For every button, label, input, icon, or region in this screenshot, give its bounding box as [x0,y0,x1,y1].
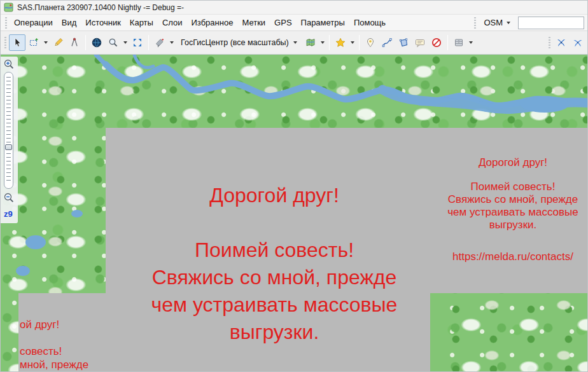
satellite-dish-icon [155,38,165,48]
zoom-control: z9 [1,57,18,223]
map-source-label: ГосГисЦентр (все масштабы) [181,38,289,47]
watermark-line: Свяжись со мной, прежде [433,193,588,206]
watermark-line: выгрузки. [109,319,440,346]
dragonfly-tool-1-button[interactable] [553,34,570,51]
placemark-pin-icon [365,38,375,48]
fullscreen-arrows-icon [132,38,143,48]
magnifier-icon [108,38,118,48]
drawer-box-icon [454,38,464,48]
zoom-tool-dropdown[interactable] [122,34,129,51]
globe-icon [92,38,102,48]
toolbar-separator [447,35,448,50]
search-toolbar-grip[interactable] [473,17,477,29]
plugins-toolbar [546,34,586,51]
watermark-tile-clipped: ой друг! совесть! мной, прежде [18,293,106,372]
menu-item-maps[interactable]: Карты [125,15,158,30]
folded-map-icon [305,38,316,48]
title-bar: SAS.Планета 230907.10400 Nightly -= Debu… [1,1,587,15]
add-path-button[interactable] [379,34,395,51]
selection-tool-button[interactable] [25,34,42,51]
add-placemark-button[interactable] [362,34,379,51]
menu-item-marks[interactable]: Метки [237,15,270,30]
chevron-down-icon [507,22,510,24]
compass-tool-button[interactable] [66,34,83,51]
favorites-button[interactable] [332,34,349,51]
menu-item-operations[interactable]: Операции [10,15,57,30]
menu-item-gps[interactable]: GPS [270,15,296,30]
toolbar-separator [329,35,330,50]
star-icon [335,38,346,48]
toolbar-separator [85,35,86,50]
zoom-out-button[interactable] [3,191,15,204]
zoom-tool-button[interactable] [105,34,122,51]
toolbar-separator [148,35,149,50]
chevron-down-icon [44,41,48,44]
watermark-text-small: Дорогой друг! Поимей совесть! Свяжись со… [433,156,588,263]
download-manager-dropdown[interactable] [467,34,475,51]
window-title: SAS.Планета 230907.10400 Nightly -= Debu… [17,3,184,12]
selection-tool-dropdown[interactable] [42,34,50,51]
application-window: { "window": { "title": "SAS.Планета 2309… [0,0,588,372]
gps-dropdown[interactable] [168,34,176,51]
toolbar-grip-1[interactable] [4,37,7,48]
watermark-text-clipped: ой друг! совесть! мной, прежде [20,318,104,371]
watermark-line: чем устраивать массовые [109,291,440,319]
menu-item-help[interactable]: Помощь [349,15,390,30]
menu-item-view[interactable]: Вид [57,15,81,30]
watermark-line: Дорогой друг! [109,182,440,209]
map-tile-bottom-right [430,293,588,372]
menu-item-favorites[interactable]: Избранное [187,15,238,30]
divider-compass-icon [69,38,80,48]
chevron-down-icon [123,41,127,44]
placemark-manager-button[interactable] [412,34,428,51]
download-manager-button[interactable] [451,34,467,51]
pencil-ruler-icon [53,38,63,48]
layers-button[interactable] [302,34,319,51]
chevron-down-icon [293,41,297,44]
zoom-slider[interactable] [4,72,13,189]
map-source-selector[interactable]: ГосГисЦентр (все масштабы) [176,34,302,51]
watermark-line: Поимей совесть! [433,181,588,193]
chevron-down-icon [351,41,354,44]
zoom-level-label: z9 [4,209,13,219]
menu-item-source[interactable]: Источник [81,15,125,30]
main-toolbar: ГосГисЦентр (все масштабы) [1,31,587,55]
menu-item-options[interactable]: Параметры [297,15,349,30]
watermark-line: совесть! [20,345,104,358]
chevron-down-icon [321,41,325,44]
globe-button[interactable] [88,34,105,51]
dragonfly-icon [573,38,583,48]
measure-distance-button[interactable] [50,34,66,51]
watermark-line: выгрузки. [433,219,588,231]
gps-button[interactable] [151,34,168,51]
layers-dropdown[interactable] [319,34,326,51]
plugins-toolbar-grip[interactable] [548,37,551,48]
add-polygon-button[interactable] [395,34,412,51]
search-input[interactable] [518,17,584,29]
menu-item-layers[interactable]: Слои [158,15,187,30]
no-entry-icon [431,38,442,48]
watermark-line: чем устраивать массовые [433,206,588,219]
favorites-dropdown[interactable] [349,34,356,51]
fullscreen-button[interactable] [129,34,146,51]
zoom-in-icon [3,59,15,70]
watermark-line: мной, прежде [20,358,104,371]
zoom-slider-thumb[interactable] [5,144,12,150]
zoom-out-icon [3,192,15,203]
osm-layer-dropdown[interactable]: OSM [479,16,515,29]
cursor-arrow-icon [12,38,22,48]
polyline-icon [382,38,392,48]
map-viewport[interactable]: Дорогой друг! Поимей совесть! Свяжись со… [1,55,588,372]
dragonfly-tool-2-button[interactable] [570,34,586,51]
watermark-line: Свяжись со мной, прежде [109,264,440,291]
zoom-in-button[interactable] [3,58,15,71]
watermark-line: ой друг! [20,318,104,331]
cursor-tool-button[interactable] [9,34,25,51]
osm-label: OSM [484,18,503,27]
callout-note-icon [415,38,425,48]
hide-marks-button[interactable] [428,34,445,51]
chevron-down-icon [469,41,473,44]
toolbar-separator [359,35,360,50]
dragonfly-icon [556,38,566,48]
menubar-grip[interactable] [4,17,8,29]
